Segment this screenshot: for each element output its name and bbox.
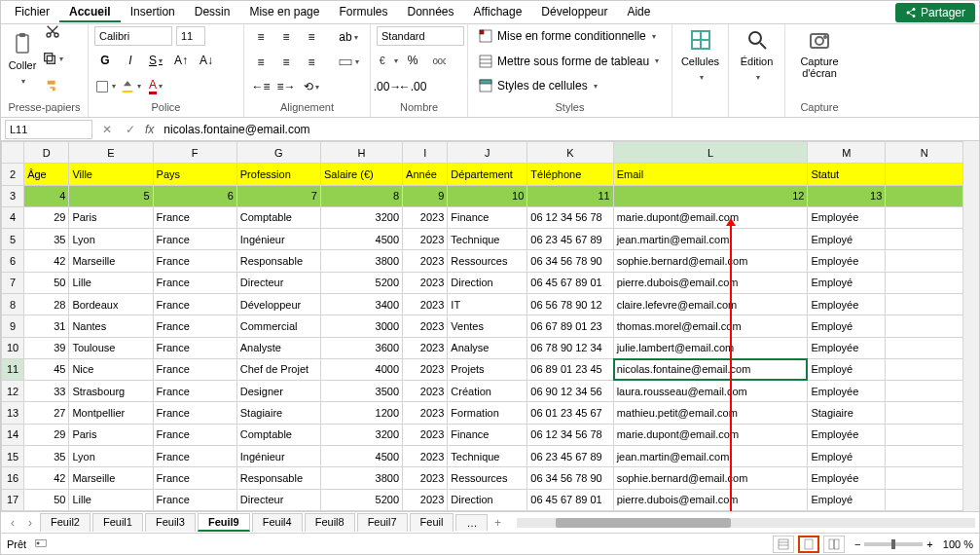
- cell[interactable]: 06 90 12 34 56: [527, 381, 613, 402]
- cell[interactable]: 2023: [403, 272, 448, 293]
- cell[interactable]: 06 12 34 56 78: [527, 206, 613, 228]
- menu-fichier[interactable]: Fichier: [5, 3, 59, 22]
- cell[interactable]: [886, 402, 963, 424]
- cell[interactable]: Finance: [448, 206, 527, 228]
- accept-formula-icon[interactable]: ✓: [122, 121, 139, 138]
- cell[interactable]: Paris: [69, 206, 153, 228]
- cell[interactable]: [886, 250, 963, 272]
- cell[interactable]: nicolas.fontaine@email.com: [613, 358, 808, 380]
- percent-icon[interactable]: %: [402, 50, 423, 71]
- header-cell[interactable]: [886, 164, 963, 185]
- sheet-tab-Feuil[interactable]: Feuil: [410, 513, 454, 532]
- cell[interactable]: 06 34 56 78 90: [527, 250, 613, 272]
- cell[interactable]: Lille: [69, 489, 153, 511]
- cell[interactable]: Analyse: [448, 337, 527, 358]
- cell[interactable]: laura.rousseau@email.com: [613, 381, 808, 402]
- cell[interactable]: Ventes: [448, 315, 527, 337]
- header-cell[interactable]: Année: [403, 164, 448, 185]
- cell[interactable]: 50: [24, 489, 69, 511]
- cell[interactable]: 2023: [403, 229, 448, 250]
- cell[interactable]: 3200: [320, 424, 402, 445]
- add-sheet-button[interactable]: +: [490, 516, 505, 530]
- cell[interactable]: jean.martin@email.com: [613, 229, 808, 250]
- index-cell[interactable]: 4: [24, 185, 69, 206]
- cell[interactable]: 2023: [403, 445, 448, 466]
- menu-aide[interactable]: Aide: [617, 3, 660, 22]
- cell[interactable]: Lyon: [69, 445, 153, 466]
- cell[interactable]: Lille: [69, 272, 153, 293]
- cell[interactable]: Formation: [448, 402, 527, 424]
- cell[interactable]: France: [153, 337, 236, 358]
- cell[interactable]: [886, 315, 963, 337]
- cell[interactable]: 3800: [320, 467, 402, 489]
- cell[interactable]: 2023: [403, 337, 448, 358]
- row-header[interactable]: 7: [2, 272, 24, 293]
- cell[interactable]: 06 23 45 67 89: [527, 445, 613, 466]
- cell[interactable]: France: [153, 489, 236, 511]
- cell[interactable]: 3200: [320, 206, 402, 228]
- header-cell[interactable]: Ville: [69, 164, 153, 185]
- index-cell[interactable]: [886, 185, 963, 206]
- number-format-select[interactable]: [377, 26, 464, 46]
- indent-inc-icon[interactable]: ≡→: [275, 76, 297, 97]
- format-painter-icon[interactable]: [42, 75, 63, 96]
- cell[interactable]: Directeur: [236, 489, 320, 511]
- find-icon[interactable]: [742, 26, 773, 54]
- cell[interactable]: Technique: [448, 445, 527, 466]
- header-cell[interactable]: Département: [448, 164, 527, 185]
- cell[interactable]: Ressources: [448, 467, 527, 489]
- conditional-format-button[interactable]: Mise en forme conditionnelle: [474, 26, 666, 46]
- cell[interactable]: [886, 272, 963, 293]
- cell[interactable]: Employée: [808, 250, 886, 272]
- align-middle-icon[interactable]: ≡: [275, 26, 297, 48]
- align-left-icon[interactable]: ≡: [250, 52, 272, 73]
- col-header-G[interactable]: G: [236, 142, 320, 164]
- cell[interactable]: Designer: [236, 381, 320, 402]
- cell[interactable]: [886, 337, 963, 358]
- cell[interactable]: pierre.dubois@email.com: [613, 489, 808, 511]
- row-header[interactable]: 13: [2, 402, 24, 424]
- index-cell[interactable]: 13: [808, 185, 886, 206]
- cell[interactable]: Paris: [69, 424, 153, 445]
- sheet-tab-Feuil1[interactable]: Feuil1: [92, 513, 143, 532]
- row-header[interactable]: 3: [2, 185, 24, 206]
- cell[interactable]: France: [153, 381, 236, 402]
- align-bottom-icon[interactable]: ≡: [301, 26, 322, 48]
- header-cell[interactable]: Profession: [236, 164, 320, 185]
- cell[interactable]: France: [153, 272, 236, 293]
- cell[interactable]: France: [153, 315, 236, 337]
- sheet-tab-Feuil9[interactable]: Feuil9: [198, 513, 250, 532]
- col-header-L[interactable]: L: [613, 142, 808, 164]
- header-cell[interactable]: Statut: [808, 164, 886, 185]
- dec-decimal-icon[interactable]: ←.00: [402, 76, 423, 97]
- cell[interactable]: 28: [24, 293, 69, 314]
- col-header-H[interactable]: H: [320, 142, 402, 164]
- cell[interactable]: France: [153, 250, 236, 272]
- merge-icon[interactable]: [338, 52, 359, 73]
- cell[interactable]: 3000: [320, 315, 402, 337]
- cell[interactable]: 06 34 56 78 90: [527, 467, 613, 489]
- cell[interactable]: Employée: [808, 467, 886, 489]
- col-header-N[interactable]: N: [886, 142, 963, 164]
- menu-données[interactable]: Données: [397, 3, 463, 22]
- cell[interactable]: pierre.dubois@email.com: [613, 272, 808, 293]
- cell[interactable]: 06 56 78 90 12: [527, 293, 613, 314]
- cell[interactable]: Employé: [808, 229, 886, 250]
- vertical-scrollbar[interactable]: [963, 141, 979, 511]
- cell[interactable]: France: [153, 402, 236, 424]
- font-size-select[interactable]: [176, 26, 205, 46]
- tab-next-icon[interactable]: ›: [22, 516, 38, 530]
- index-cell[interactable]: 9: [403, 185, 448, 206]
- format-as-table-button[interactable]: Mettre sous forme de tableau: [474, 52, 666, 71]
- cell[interactable]: Employé: [808, 315, 886, 337]
- cell[interactable]: [886, 206, 963, 228]
- cell[interactable]: 3500: [320, 381, 402, 402]
- cell[interactable]: Employée: [808, 381, 886, 402]
- index-cell[interactable]: 11: [527, 185, 613, 206]
- cell[interactable]: 2023: [403, 381, 448, 402]
- horizontal-scrollbar[interactable]: [517, 518, 975, 528]
- col-header-E[interactable]: E: [69, 142, 153, 164]
- cell[interactable]: 06 01 23 45 67: [527, 402, 613, 424]
- record-macro-icon[interactable]: [34, 536, 48, 552]
- cell[interactable]: Stagiaire: [808, 402, 886, 424]
